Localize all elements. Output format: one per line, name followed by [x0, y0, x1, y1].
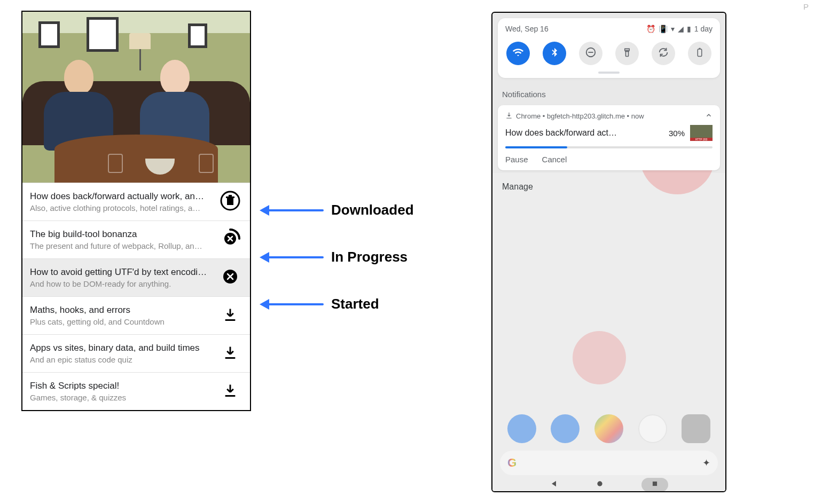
episode-row[interactable]: The big build-tool bonanzaThe present an…: [22, 220, 250, 258]
qs-tile-flashlight[interactable]: [615, 42, 639, 65]
rotate-icon: [658, 46, 669, 60]
episode-subtitle: And an epic status code quiz: [30, 355, 215, 364]
episode-row[interactable]: Fish & Scripts special!Games, storage, &…: [22, 372, 250, 410]
messages-app-icon[interactable]: [551, 414, 580, 443]
status-icons: ⏰ 📳 ▾ ◢ ▮ 1 day: [646, 25, 713, 33]
android-phone: G ✦ Wed, Sep 16 ⏰ 📳 ▾ ◢ ▮ 1 day: [491, 12, 726, 492]
episode-subtitle: Also, active clothing protocols, hotel r…: [30, 203, 215, 212]
nav-recents-icon[interactable]: [641, 478, 668, 492]
episode-row[interactable]: How does back/forward actually work, an……: [22, 183, 250, 220]
qs-tile-battery-saver[interactable]: [688, 42, 711, 65]
cancel-icon[interactable]: [222, 269, 238, 287]
manage-notifications-button[interactable]: Manage: [492, 170, 725, 203]
app-list-phone: How does back/forward actually work, an……: [21, 11, 251, 411]
android-nav-bar: [492, 478, 725, 491]
download-icon[interactable]: [223, 383, 238, 400]
annotation-label: Downloaded: [331, 202, 414, 218]
episode-title: Apps vs sites, binary data, and build ti…: [30, 343, 215, 353]
notification-percent: 30%: [669, 129, 685, 138]
notification-title: How does back/forward act…: [505, 128, 663, 138]
arrow-icon: [260, 255, 324, 260]
google-g-icon: G: [507, 456, 516, 470]
episode-title: How does back/forward actually work, an…: [30, 191, 215, 202]
play-store-app-icon[interactable]: [594, 414, 623, 443]
delete-icon[interactable]: [220, 190, 241, 214]
home-wallpaper: G ✦: [492, 173, 725, 491]
camera-app-icon[interactable]: [682, 414, 710, 443]
episode-subtitle: And how to be DOM-ready for anything.: [30, 279, 215, 288]
annotation-downloaded: Downloaded: [260, 202, 414, 218]
battery-text: 1 day: [694, 25, 713, 33]
bluetooth-icon: [549, 47, 560, 60]
wifi-status-icon: ▾: [671, 25, 675, 33]
qs-tile-wifi[interactable]: [506, 42, 530, 65]
quick-settings-panel: Wed, Sep 16 ⏰ 📳 ▾ ◢ ▮ 1 day: [498, 18, 720, 78]
svg-rect-3: [229, 195, 232, 196]
app-dock: [492, 414, 725, 443]
svg-point-11: [597, 481, 602, 486]
notifications-header: Notifications: [492, 83, 725, 105]
page-corner-marker: P: [803, 2, 809, 11]
episode-title: Maths, hooks, and errors: [30, 305, 215, 316]
qs-tile-rotate[interactable]: [652, 42, 675, 65]
episode-row[interactable]: Maths, hooks, and errorsPlus cats, getti…: [22, 296, 250, 334]
nav-back-icon[interactable]: [550, 479, 558, 490]
pause-button[interactable]: Pause: [505, 155, 528, 164]
episode-subtitle: Plus cats, getting old, and Countdown: [30, 317, 215, 326]
chevron-up-icon[interactable]: [705, 112, 713, 121]
annotation-in-progress: In Progress: [260, 249, 408, 265]
episode-title: The big build-tool bonanza: [30, 229, 215, 240]
download-icon[interactable]: [223, 307, 238, 324]
battery-status-icon: ▮: [687, 25, 691, 33]
google-search-bar[interactable]: G ✦: [500, 451, 718, 475]
download-icon[interactable]: [223, 345, 238, 362]
arrow-icon: [260, 208, 324, 213]
episode-row[interactable]: Apps vs sites, binary data, and build ti…: [22, 334, 250, 372]
annotation-label: In Progress: [331, 249, 408, 265]
episode-row[interactable]: How to avoid getting UTF'd by text encod…: [22, 258, 250, 296]
notification-source: Chrome • bgfetch-http203.glitch.me • now: [516, 112, 644, 120]
phone-app-icon[interactable]: [507, 414, 536, 443]
chrome-app-icon[interactable]: [638, 414, 667, 443]
svg-rect-9: [698, 49, 702, 57]
flashlight-icon: [622, 47, 632, 60]
nav-home-icon[interactable]: [596, 479, 604, 490]
signal-status-icon: ◢: [678, 25, 684, 33]
dnd-icon: [585, 46, 597, 60]
arrow-icon: [260, 302, 324, 307]
wifi-icon: [512, 46, 524, 60]
episode-title: Fish & Scripts special!: [30, 381, 215, 391]
hero-video-thumbnail[interactable]: [22, 12, 250, 183]
svg-rect-12: [653, 482, 657, 486]
cancel-button[interactable]: Cancel: [542, 155, 567, 164]
download-notification[interactable]: Chrome • bgfetch-http203.glitch.me • now…: [498, 105, 720, 170]
vibrate-icon: 📳: [659, 25, 668, 33]
annotation-started: Started: [260, 296, 379, 312]
panel-drag-handle[interactable]: [598, 72, 620, 74]
svg-rect-1: [227, 198, 233, 205]
notification-thumbnail: [690, 125, 713, 141]
qs-tile-dnd[interactable]: [579, 42, 602, 65]
assistant-icon[interactable]: ✦: [702, 457, 710, 469]
episode-subtitle: Games, storage, & quizzes: [30, 393, 215, 402]
battery-saver-icon: [695, 46, 705, 60]
status-date: Wed, Sep 16: [505, 25, 549, 33]
svg-rect-2: [226, 196, 234, 198]
alarm-icon: ⏰: [646, 25, 655, 33]
episode-title: How to avoid getting UTF'd by text encod…: [30, 267, 215, 278]
download-progress-bar: [505, 146, 713, 148]
annotation-label: Started: [331, 296, 379, 312]
download-icon: [505, 112, 513, 121]
episode-subtitle: The present and future of webpack, Rollu…: [30, 241, 215, 250]
qs-tile-bluetooth[interactable]: [543, 42, 566, 65]
cancel-progress-icon[interactable]: [220, 228, 241, 251]
